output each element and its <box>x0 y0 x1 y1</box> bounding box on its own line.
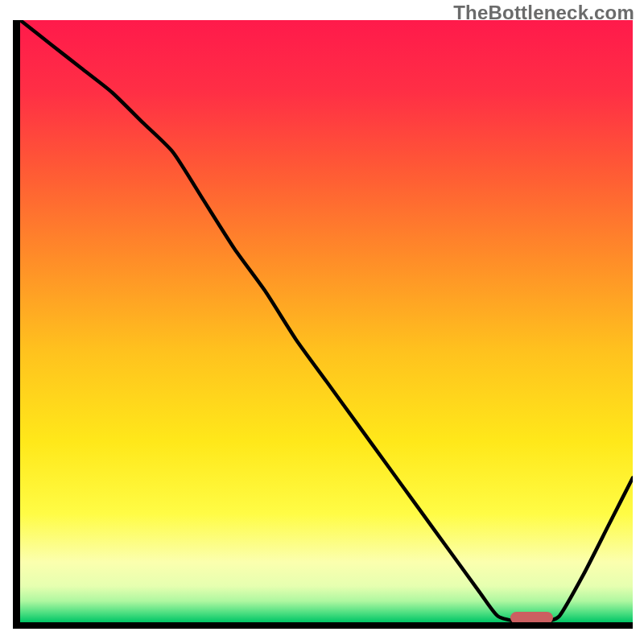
plot-area <box>20 20 633 622</box>
bottleneck-curve-line <box>20 20 633 622</box>
bottleneck-chart: TheBottleneck.com <box>0 0 644 644</box>
y-axis <box>13 20 20 628</box>
curve-layer <box>20 20 633 622</box>
optimal-range-marker <box>510 612 553 622</box>
x-axis <box>13 622 633 629</box>
